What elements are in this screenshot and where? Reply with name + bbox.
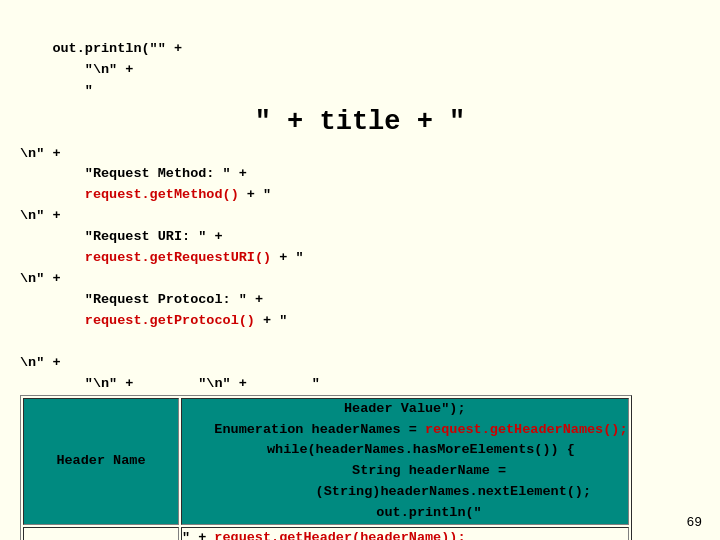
code-line-16: String headerName = xyxy=(303,463,506,478)
code-line-11: "\n" + "\n" + " Header NameHeader Value"… xyxy=(20,376,700,540)
code-line-17: (String)headerNames.nextElement(); xyxy=(218,484,591,499)
code-line-5: "Request Method: " + xyxy=(20,166,247,181)
code-container: out.println("" + <span style="color:#cc0… xyxy=(0,0,720,540)
code-line-9: "Request Protocol: " + xyxy=(20,292,263,307)
code-line-3: "\n" + xyxy=(20,62,133,77)
code-line-7: "Request URI: " + xyxy=(20,229,223,244)
code-line-10: request.getProtocol() + "\n" + xyxy=(20,313,287,370)
code-line-18: out.println(" xyxy=(328,505,482,520)
code-line-12: " xyxy=(133,376,206,391)
page-number: 69 xyxy=(686,515,702,530)
code-line-8: request.getRequestURI() + "\n" + xyxy=(20,250,304,286)
code-line-1: out.println("" + <span style="color:#cc0… xyxy=(20,41,182,56)
code-line-15: while(headerNames.hasMoreElements()) { xyxy=(235,442,575,457)
code-block: out.println("" + <span style="color:#cc0… xyxy=(20,18,700,540)
code-line-14: Enumeration headerNames = request.getHea… xyxy=(182,422,628,437)
code-line-6: request.getMethod() + "\n" + xyxy=(20,187,271,223)
code-line-4: "" + title + "\n" + xyxy=(20,83,700,161)
code-line-13: " xyxy=(247,376,320,391)
